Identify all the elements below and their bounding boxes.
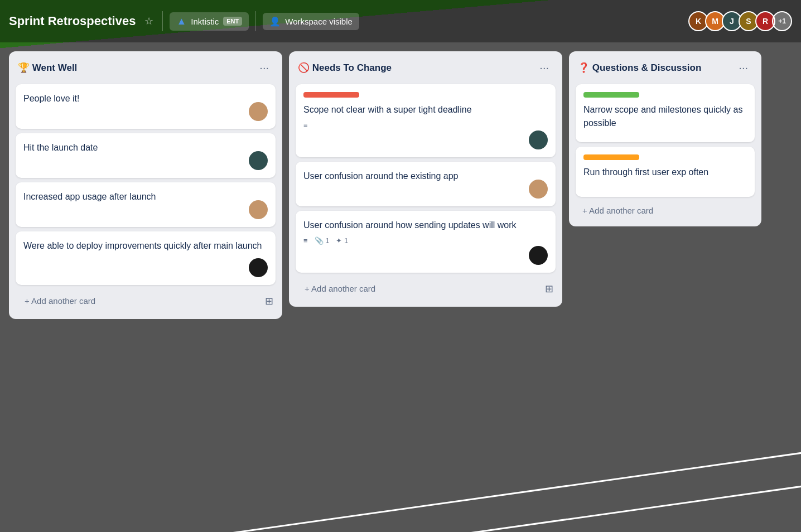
card-avatar-2 — [249, 151, 268, 170]
board-title: Sprint Retrospectives — [9, 14, 136, 28]
card-text-5: Scope not clear with a super tight deadl… — [303, 103, 548, 117]
visibility-icon: 👤 — [269, 16, 281, 27]
member-avatars: K M J S R +1 — [688, 11, 792, 31]
card-footer-5: ≡ — [303, 121, 548, 129]
card-avatar-1 — [249, 102, 268, 121]
card-deploy-improvements[interactable]: Were able to deploy improvements quickly… — [16, 231, 276, 285]
workspace-logo-icon: ▲ — [176, 16, 186, 27]
header: Sprint Retrospectives ☆ ▲ Inktistic ENT … — [0, 0, 801, 42]
card-text-3: Increased app usage after launch — [23, 190, 268, 204]
column-title-needs-change: 🚫 Needs To Change — [298, 62, 392, 74]
description-icon-7: ≡ — [303, 236, 308, 245]
dropbox-icon-7: ✦ 1 — [336, 236, 348, 245]
avatar-overflow[interactable]: +1 — [772, 11, 792, 31]
header-divider-1 — [162, 11, 163, 31]
board: 🏆 Went Well ··· People love it! Hit the … — [0, 42, 801, 328]
visibility-pill[interactable]: 👤 Workspace visible — [263, 13, 359, 30]
card-avatar-5 — [529, 130, 548, 149]
card-launch-date[interactable]: Hit the launch date — [16, 133, 276, 178]
column-needs-change: 🚫 Needs To Change ··· Scope not clear wi… — [289, 51, 562, 307]
card-meta-7: ≡ 📎 1 ✦ 1 — [303, 236, 348, 245]
card-text-8: Narrow scope and milestones quickly as p… — [583, 103, 747, 130]
add-card-footer-1: + Add another card ⊞ — [16, 289, 276, 312]
column-menu-went-well[interactable]: ··· — [255, 60, 273, 75]
column-went-well: 🏆 Went Well ··· People love it! Hit the … — [9, 51, 282, 319]
header-divider-2 — [255, 11, 256, 31]
column-header-questions: ❓ Questions & Discussion ··· — [576, 58, 755, 80]
column-menu-needs-change[interactable]: ··· — [535, 60, 553, 75]
card-label-green — [583, 92, 639, 98]
card-avatar-4 — [249, 258, 268, 277]
card-text-4: Were able to deploy improvements quickly… — [23, 239, 268, 253]
card-text-2: Hit the launch date — [23, 141, 268, 154]
card-narrow-scope[interactable]: Narrow scope and milestones quickly as p… — [576, 84, 755, 142]
template-icon-2[interactable]: ⊞ — [545, 283, 553, 295]
card-user-confusion-updates[interactable]: User confusion around how sending update… — [296, 211, 556, 273]
attachment-icon-7: 📎 1 — [315, 236, 330, 245]
column-header-needs-change: 🚫 Needs To Change ··· — [296, 58, 556, 80]
template-icon-1[interactable]: ⊞ — [265, 295, 273, 307]
card-text-6: User confusion around the existing app — [303, 170, 548, 183]
card-user-confusion-app[interactable]: User confusion around the existing app — [296, 162, 556, 206]
card-people-love-it[interactable]: People love it! — [16, 84, 276, 129]
card-text-1: People love it! — [23, 92, 268, 105]
card-meta-5: ≡ — [303, 121, 308, 129]
card-avatar-3 — [249, 200, 268, 219]
card-label-red — [303, 92, 359, 98]
add-card-footer-2: + Add another card ⊞ — [296, 277, 556, 300]
workspace-name: Inktistic — [191, 17, 219, 26]
description-icon-5: ≡ — [303, 121, 308, 129]
add-card-btn-1[interactable]: + Add another card — [18, 292, 265, 310]
column-header-went-well: 🏆 Went Well ··· — [16, 58, 276, 80]
column-title-went-well: 🏆 Went Well — [18, 62, 77, 74]
column-questions: ❓ Questions & Discussion ··· Narrow scop… — [569, 51, 761, 226]
card-app-usage[interactable]: Increased app usage after launch — [16, 182, 276, 227]
card-avatar-6 — [529, 180, 548, 199]
card-text-9: Run through first user exp often — [583, 166, 747, 179]
add-card-btn-2[interactable]: + Add another card — [298, 279, 545, 298]
card-label-orange — [583, 154, 639, 160]
add-card-btn-3[interactable]: + Add another card — [576, 201, 755, 220]
workspace-pill[interactable]: ▲ Inktistic ENT — [170, 12, 249, 31]
card-avatar-7 — [529, 246, 548, 265]
card-footer-7: ≡ 📎 1 ✦ 1 — [303, 236, 548, 245]
card-text-7: User confusion around how sending update… — [303, 219, 548, 232]
star-button[interactable]: ☆ — [142, 13, 156, 30]
visibility-text: Workspace visible — [285, 17, 353, 26]
workspace-badge: ENT — [223, 17, 242, 26]
column-menu-questions[interactable]: ··· — [734, 60, 752, 75]
card-run-through[interactable]: Run through first user exp often — [576, 147, 755, 197]
column-title-questions: ❓ Questions & Discussion — [578, 62, 701, 74]
card-scope[interactable]: Scope not clear with a super tight deadl… — [296, 84, 556, 157]
